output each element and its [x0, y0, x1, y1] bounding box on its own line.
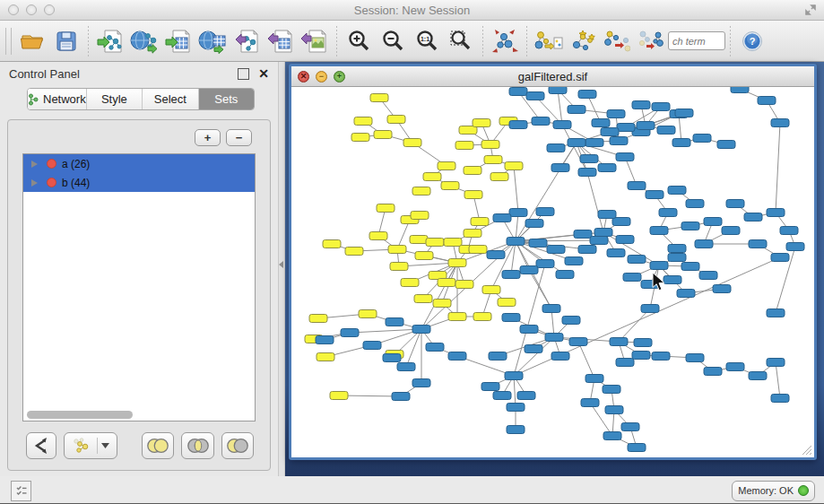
graph-node[interactable]: [569, 338, 587, 346]
collapse-panel-icon[interactable]: [279, 261, 283, 268]
graph-node[interactable]: [520, 326, 538, 334]
close-panel-icon[interactable]: ✕: [258, 67, 269, 80]
graph-node[interactable]: [771, 119, 789, 127]
graph-node[interactable]: [580, 155, 598, 163]
graph-node[interactable]: [363, 342, 381, 350]
graph-node[interactable]: [414, 295, 432, 303]
graph-node[interactable]: [767, 359, 785, 367]
graph-node[interactable]: [383, 354, 401, 362]
graph-node[interactable]: [369, 232, 387, 240]
graph-node[interactable]: [646, 191, 664, 199]
graph-node[interactable]: [542, 305, 560, 313]
graph-node[interactable]: [699, 272, 717, 280]
graph-node[interactable]: [652, 103, 670, 111]
graph-node[interactable]: [677, 290, 695, 298]
graph-node[interactable]: [771, 254, 789, 262]
import-table-web-button[interactable]: [195, 24, 230, 58]
graph-node[interactable]: [377, 204, 395, 213]
graph-node[interactable]: [448, 313, 466, 321]
graph-node[interactable]: [675, 109, 693, 117]
graph-node[interactable]: [525, 220, 543, 228]
graph-node[interactable]: [493, 392, 511, 400]
graph-node[interactable]: [412, 187, 430, 196]
graph-node[interactable]: [744, 213, 762, 222]
tab-select[interactable]: Select: [143, 89, 198, 109]
graph-node[interactable]: [423, 173, 441, 181]
remove-set-button[interactable]: −: [226, 129, 252, 146]
graph-node[interactable]: [617, 124, 635, 132]
graph-node[interactable]: [607, 249, 625, 257]
graph-node[interactable]: [345, 248, 363, 256]
graph-node[interactable]: [610, 137, 628, 145]
graph-node[interactable]: [603, 386, 620, 394]
graph-node[interactable]: [412, 379, 430, 387]
graph-node[interactable]: [509, 209, 527, 217]
graph-node[interactable]: [562, 317, 580, 325]
graph-node[interactable]: [401, 279, 419, 287]
graph-node[interactable]: [426, 239, 444, 247]
graph-node[interactable]: [415, 252, 433, 260]
graph-node[interactable]: [493, 214, 511, 222]
graph-node[interactable]: [681, 222, 699, 230]
graph-node[interactable]: [592, 119, 610, 127]
graph-node[interactable]: [786, 243, 804, 251]
graph-node[interactable]: [632, 101, 650, 109]
export-table-button[interactable]: [264, 24, 298, 58]
graph-node[interactable]: [603, 432, 621, 440]
graph-node[interactable]: [448, 352, 466, 361]
graph-node[interactable]: [578, 91, 596, 99]
difference-sets-button[interactable]: [221, 432, 254, 459]
graph-node[interactable]: [505, 162, 523, 170]
graph-node[interactable]: [726, 363, 744, 371]
graph-node[interactable]: [628, 182, 646, 190]
graph-node[interactable]: [403, 139, 421, 147]
graph-node[interactable]: [359, 310, 377, 318]
toolbar-drag-handle[interactable]: [5, 28, 12, 55]
graph-node[interactable]: [412, 326, 430, 334]
network-frame-titlebar[interactable]: ✕ − + galFiltered.sif: [291, 66, 814, 87]
intersect-sets-button[interactable]: [181, 432, 213, 459]
graph-node[interactable]: [351, 134, 369, 142]
graph-node[interactable]: [410, 236, 428, 244]
hide-selected-button[interactable]: [600, 24, 634, 58]
graph-node[interactable]: [487, 251, 505, 259]
graph-node[interactable]: [585, 139, 603, 147]
graph-node[interactable]: [551, 352, 569, 361]
graph-node[interactable]: [641, 305, 659, 313]
graph-node[interactable]: [672, 139, 690, 147]
graph-node[interactable]: [780, 227, 798, 235]
expander-icon[interactable]: [31, 179, 38, 187]
graph-node[interactable]: [316, 336, 334, 344]
memory-status-button[interactable]: Memory: OK: [732, 481, 815, 501]
graph-node[interactable]: [441, 182, 459, 190]
graph-node[interactable]: [392, 393, 410, 401]
graph-node[interactable]: [498, 299, 516, 307]
graph-node[interactable]: [411, 212, 429, 220]
graph-node[interactable]: [634, 339, 652, 347]
graph-node[interactable]: [612, 218, 630, 226]
graph-node[interactable]: [598, 164, 616, 172]
graph-node[interactable]: [652, 352, 670, 361]
fullscreen-icon[interactable]: [804, 4, 817, 20]
panel-splitter[interactable]: [278, 62, 285, 476]
graph-node[interactable]: [553, 121, 571, 129]
graph-node[interactable]: [473, 313, 491, 321]
graph-node[interactable]: [628, 444, 646, 452]
graph-node[interactable]: [426, 343, 444, 352]
graph-node[interactable]: [387, 116, 405, 124]
graph-node[interactable]: [686, 354, 704, 362]
graph-node[interactable]: [659, 209, 677, 217]
split-set-button[interactable]: [26, 432, 56, 459]
graph-node[interactable]: [455, 142, 473, 150]
import-table-file-button[interactable]: [161, 24, 195, 58]
graph-node[interactable]: [594, 229, 612, 237]
graph-node[interactable]: [444, 239, 462, 247]
graph-node[interactable]: [650, 227, 668, 235]
graph-node[interactable]: [722, 227, 740, 235]
minimize-window-button[interactable]: [26, 4, 37, 15]
graph-node[interactable]: [607, 110, 625, 118]
save-session-button[interactable]: [49, 24, 83, 58]
graph-node[interactable]: [556, 271, 574, 279]
import-network-web-button[interactable]: [127, 24, 161, 58]
zoom-in-button[interactable]: [342, 24, 376, 58]
